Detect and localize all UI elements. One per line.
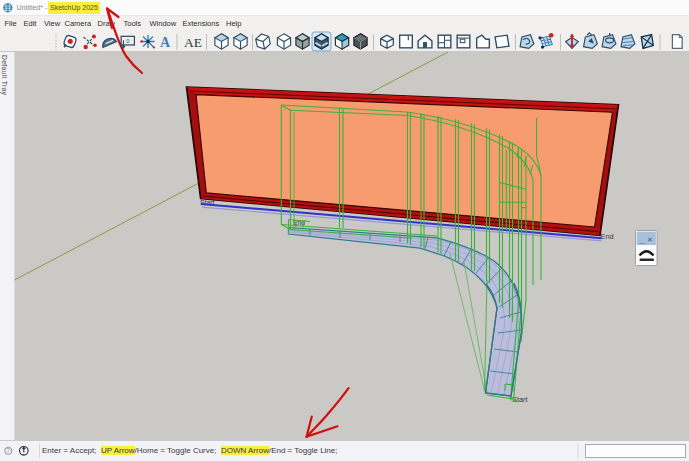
svg-text:AE: AE: [184, 35, 202, 50]
svg-text:0: 0: [126, 38, 129, 44]
svg-text:?: ?: [6, 447, 10, 454]
svg-text:A: A: [160, 35, 171, 50]
svg-text:×: ×: [648, 235, 653, 244]
svg-text:...: ...: [639, 238, 645, 245]
